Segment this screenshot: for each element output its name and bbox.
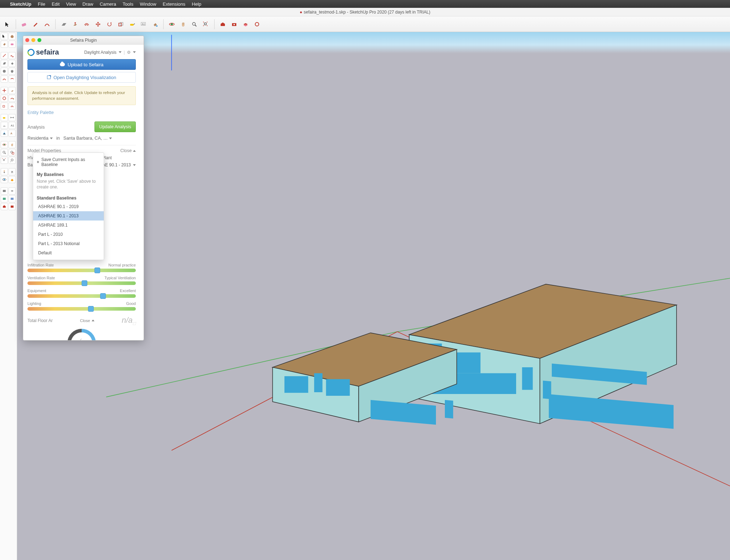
open-visualization-button[interactable]: Open Daylighting Visualization	[27, 72, 136, 83]
zoom-tool[interactable]	[190, 20, 199, 29]
update-analysis-button[interactable]: Update Analysis	[94, 121, 136, 132]
lt-outliner[interactable]	[1, 187, 8, 195]
lt-2ptarc[interactable]	[9, 76, 16, 83]
rectangle-tool[interactable]	[59, 20, 68, 29]
baseline-option[interactable]: Part L - 2013 Notional	[33, 239, 104, 248]
app-name[interactable]: SketchUp	[10, 1, 31, 7]
sefaira-tool[interactable]	[252, 20, 262, 29]
lt-section[interactable]	[9, 176, 16, 183]
menu-help[interactable]: Help	[192, 1, 201, 7]
lt-pushpull[interactable]	[9, 87, 16, 94]
lt-select[interactable]	[1, 33, 8, 40]
menu-extensions[interactable]: Extensions	[163, 1, 185, 7]
location-select[interactable]: Santa Barbara, CA, …	[63, 136, 112, 141]
slider-thumb[interactable]	[88, 306, 94, 312]
menu-tools[interactable]: Tools	[123, 1, 133, 7]
slider-track[interactable]	[27, 307, 136, 311]
lt-pan[interactable]	[9, 141, 16, 148]
zoom-extents-tool[interactable]	[201, 20, 211, 29]
move-tool[interactable]	[93, 20, 103, 29]
baseline-option[interactable]: ASHRAE 189.1	[33, 221, 104, 230]
lt-text[interactable]: A1	[9, 122, 16, 129]
lt-prevview[interactable]	[9, 157, 16, 164]
lt-rotate[interactable]	[1, 95, 8, 102]
lt-3dtext[interactable]: A	[9, 130, 16, 137]
lt-position-camera[interactable]	[1, 168, 8, 175]
lt-freehand[interactable]	[9, 52, 16, 59]
arc-tool[interactable]	[42, 20, 52, 29]
paint-bucket-tool[interactable]	[150, 20, 160, 29]
lt-dimension[interactable]	[9, 114, 16, 121]
lt-photomatch[interactable]	[9, 195, 16, 202]
orbit-tool[interactable]	[167, 20, 176, 29]
menu-camera[interactable]: Camera	[100, 1, 116, 7]
menu-window[interactable]: Window	[140, 1, 156, 7]
minimize-icon[interactable]	[31, 38, 35, 42]
lt-rect[interactable]	[1, 60, 8, 67]
gear-icon[interactable]: ⚙	[127, 50, 131, 55]
menu-view[interactable]: View	[66, 1, 76, 7]
lt-paint[interactable]	[1, 41, 8, 48]
pan-tool[interactable]	[179, 20, 188, 29]
scale-tool[interactable]	[116, 20, 125, 29]
plugin-titlebar[interactable]: Sefaira Plugin	[23, 36, 144, 45]
pushpull-tool[interactable]	[71, 20, 80, 29]
slider-thumb[interactable]	[82, 280, 87, 286]
select-tool[interactable]	[3, 20, 12, 29]
slider-thumb[interactable]	[94, 268, 100, 273]
zoom-icon[interactable]	[37, 38, 41, 42]
lt-3dwarehouse[interactable]	[1, 203, 8, 210]
menu-edit[interactable]: Edit	[52, 1, 60, 7]
lt-scale[interactable]	[1, 103, 8, 110]
lt-zoomwindow[interactable]	[9, 149, 16, 156]
close-icon[interactable]	[25, 38, 29, 42]
lt-line[interactable]	[1, 52, 8, 59]
lt-orbit[interactable]	[1, 141, 8, 148]
lt-rotrect[interactable]	[9, 60, 16, 67]
rotate-tool[interactable]	[105, 20, 114, 29]
offset-tool[interactable]	[82, 20, 91, 29]
menu-file[interactable]: File	[38, 1, 45, 7]
lt-offset[interactable]	[9, 103, 16, 110]
lt-polygon[interactable]	[9, 68, 16, 75]
eraser-tool[interactable]	[20, 20, 29, 29]
pencil-tool[interactable]	[31, 20, 40, 29]
tape-measure-tool[interactable]	[128, 20, 137, 29]
slider-track[interactable]	[27, 294, 136, 298]
analysis-mode-select[interactable]: Daylight Analysis	[84, 50, 117, 55]
baseline-option[interactable]: Default	[33, 248, 104, 258]
lt-axes[interactable]	[1, 130, 8, 137]
menu-draw[interactable]: Draw	[82, 1, 93, 7]
layers-tool[interactable]	[241, 20, 250, 29]
baseline-option[interactable]: ASHRAE 90.1 - 2019	[33, 202, 104, 211]
save-baseline-item[interactable]: + Save Current Inputs as Baseline	[33, 155, 104, 169]
lt-arc[interactable]	[1, 76, 8, 83]
lt-zoomext[interactable]	[1, 157, 8, 164]
model-properties-toggle[interactable]: Close	[120, 148, 136, 153]
text-tool[interactable]: A1	[139, 20, 148, 29]
lt-walk[interactable]	[9, 168, 16, 175]
entity-palette-link[interactable]: Entity Palette	[27, 109, 136, 119]
lt-tape[interactable]	[1, 114, 8, 121]
lt-circle[interactable]	[1, 68, 8, 75]
slider-thumb[interactable]	[100, 293, 106, 299]
floor-close-toggle[interactable]: Close	[80, 318, 94, 323]
baseline-option[interactable]: ASHRAE 90.1 - 2013	[33, 211, 104, 221]
upload-button[interactable]: Upload to Sefaira	[27, 59, 136, 70]
lt-zoom[interactable]	[1, 149, 8, 156]
baseline-option[interactable]: Part L - 2010	[33, 230, 104, 239]
slider-track[interactable]	[27, 269, 136, 272]
lt-component[interactable]	[9, 33, 16, 40]
lt-extwarehouse[interactable]	[9, 203, 16, 210]
lt-addlocation[interactable]	[1, 195, 8, 202]
lt-followme[interactable]	[9, 95, 16, 102]
lt-eraser[interactable]	[9, 41, 16, 48]
lt-layers[interactable]	[9, 187, 16, 195]
slider-track[interactable]	[27, 281, 136, 285]
extension-warehouse-tool[interactable]	[230, 20, 239, 29]
lt-protractor[interactable]	[1, 122, 8, 129]
lt-move[interactable]	[1, 87, 8, 94]
lt-lookaround[interactable]	[1, 176, 8, 183]
building-type-select[interactable]: Residentia	[27, 136, 53, 141]
warehouse-tool[interactable]	[218, 20, 227, 29]
